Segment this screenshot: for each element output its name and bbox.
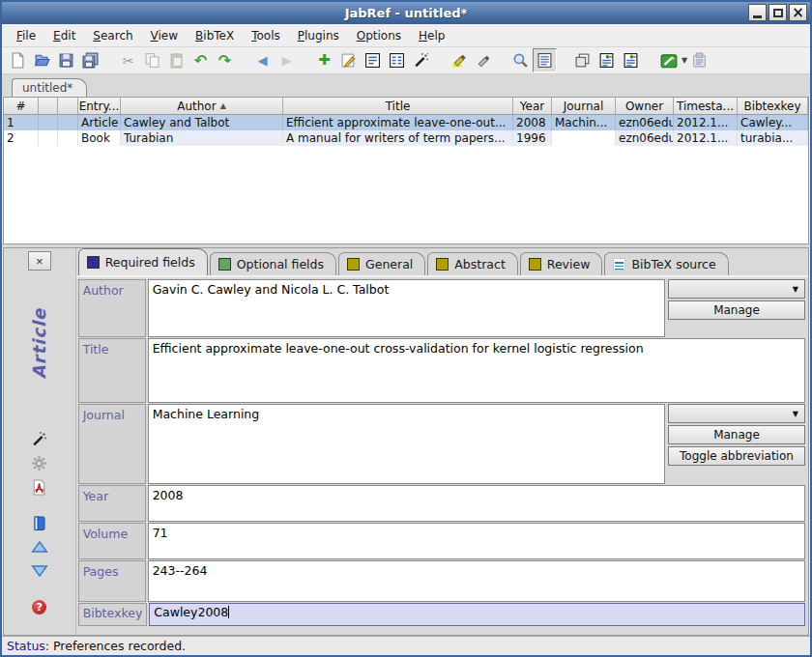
new-entry-button[interactable]: ✚ — [312, 48, 336, 72]
header-icon2[interactable] — [58, 98, 78, 114]
source-icon — [613, 258, 625, 271]
edit-strings-button[interactable] — [385, 48, 409, 72]
editor-tabs: Required fields Optional fields General … — [76, 248, 808, 277]
bibtexkey-field[interactable]: Cawley2008 — [149, 603, 805, 626]
table-row[interactable]: 2 Book Turabian A manual for writers of … — [4, 130, 808, 146]
push-app-icon — [691, 52, 708, 69]
tab-required-fields[interactable]: Required fields — [78, 248, 208, 275]
unmark-entries-button[interactable] — [471, 48, 495, 72]
edit-entry-button[interactable] — [336, 48, 361, 72]
minimize-icon — [753, 15, 762, 18]
menu-help[interactable]: Help — [410, 26, 453, 45]
table-header: # Entry... Author▲ Title Year Journal Ow… — [4, 98, 808, 115]
menu-tools[interactable]: Tools — [243, 26, 289, 45]
author-manage-button[interactable]: Manage — [668, 300, 805, 320]
titlebar[interactable]: JabRef - untitled* × — [2, 2, 810, 24]
table-row[interactable]: 1 Article Cawley and Talbot Efficient ap… — [4, 115, 808, 130]
header-title[interactable]: Title — [283, 98, 513, 114]
redo-button[interactable]: ↷ — [213, 48, 237, 72]
minimize-button[interactable] — [748, 4, 767, 21]
save-all-button[interactable] — [78, 48, 102, 72]
menu-options[interactable]: Options — [348, 26, 410, 45]
header-year[interactable]: Year — [513, 98, 552, 114]
menu-plugins[interactable]: Plugins — [289, 26, 348, 45]
help-button[interactable]: ? — [29, 597, 50, 616]
search-button[interactable] — [508, 48, 533, 72]
write-xmp-button[interactable] — [29, 513, 50, 532]
tab-abstract[interactable]: Abstract — [427, 252, 517, 275]
tab-label: BibTeX source — [631, 257, 715, 271]
push-to-lyx-button[interactable] — [656, 48, 681, 72]
header-owner[interactable]: Owner — [616, 98, 674, 114]
required-fields-panel: Author Gavin C. Cawley and Nicola L. C. … — [76, 277, 808, 635]
header-bibtexkey[interactable]: Bibtexkey — [738, 98, 808, 114]
tab-general[interactable]: General — [338, 252, 425, 275]
new-database-button[interactable] — [6, 48, 30, 72]
paste-button[interactable] — [164, 48, 188, 72]
title-label: Title — [78, 338, 146, 403]
edit-preamble-button[interactable] — [361, 48, 385, 72]
journal-dropdown[interactable]: ▼ — [668, 404, 805, 423]
header-icon1[interactable] — [39, 98, 58, 114]
undo-button[interactable]: ↶ — [188, 48, 213, 72]
bibtexkey-label: Bibtexkey — [78, 603, 148, 626]
back-icon: ◀ — [258, 54, 268, 67]
autogenerate-keys-button[interactable] — [409, 48, 433, 72]
redo-icon: ↷ — [218, 53, 231, 69]
autoset-button[interactable] — [29, 453, 50, 472]
chevron-down-icon — [31, 564, 48, 578]
menu-file[interactable]: File — [8, 26, 44, 45]
menu-view[interactable]: View — [142, 26, 187, 45]
next-entry-button[interactable] — [29, 561, 50, 581]
previous-entry-button[interactable] — [29, 537, 50, 557]
jabref-window: JabRef - untitled* × File Edit Search Vi… — [0, 0, 812, 657]
open-pdf-button[interactable] — [29, 477, 50, 497]
fetch-medline-button[interactable] — [594, 48, 619, 72]
lyx-icon — [660, 52, 678, 70]
pages-field[interactable]: 243--264 — [148, 560, 805, 602]
forward-button[interactable]: ▶ — [275, 48, 299, 72]
author-dropdown[interactable]: ▼ — [668, 279, 805, 299]
header-entrytype[interactable]: Entry... — [78, 98, 121, 114]
close-button[interactable]: × — [789, 4, 807, 21]
fetch-citeseer-button[interactable] — [619, 48, 643, 72]
copy-key-icon — [574, 52, 591, 69]
toggle-preview-button[interactable] — [533, 48, 557, 72]
journal-field[interactable]: Machine Learning — [148, 404, 665, 484]
maximize-button[interactable] — [768, 4, 787, 21]
toggle-abbreviation-button[interactable]: Toggle abbreviation — [668, 446, 805, 466]
author-field[interactable]: Gavin C. Cawley and Nicola L. C. Talbot — [148, 279, 665, 337]
tab-review[interactable]: Review — [520, 252, 603, 275]
header-number[interactable]: # — [4, 98, 39, 114]
database-tab[interactable]: untitled* — [12, 78, 87, 97]
open-database-button[interactable] — [30, 48, 54, 72]
search-icon — [512, 52, 529, 69]
header-timestamp[interactable]: Timesta... — [674, 98, 738, 114]
generate-key-button[interactable] — [29, 429, 50, 448]
title-field[interactable]: Efficient approximate leave-one-out cros… — [148, 338, 805, 403]
copy-button[interactable] — [140, 48, 164, 72]
editor-close-button[interactable]: × — [28, 251, 51, 271]
header-author[interactable]: Author▲ — [121, 98, 283, 114]
volume-field[interactable]: 71 — [148, 523, 805, 559]
journal-manage-button[interactable]: Manage — [668, 425, 805, 444]
save-database-button[interactable] — [54, 48, 78, 72]
status-bar: Status: Preferences recorded. — [2, 636, 810, 655]
mark-entries-button[interactable] — [447, 48, 471, 72]
header-journal[interactable]: Journal — [552, 98, 616, 114]
tab-optional-fields[interactable]: Optional fields — [210, 252, 336, 275]
entry-editor: × Article ? — [3, 247, 809, 636]
year-field[interactable]: 2008 — [148, 485, 805, 522]
cut-button[interactable]: ✂ — [116, 48, 140, 72]
copy-key-button[interactable] — [570, 48, 594, 72]
save-icon — [58, 52, 74, 69]
paste-icon — [168, 52, 185, 69]
abstract-swatch-icon — [436, 258, 449, 271]
menu-search[interactable]: Search — [84, 26, 141, 45]
menu-edit[interactable]: Edit — [44, 26, 84, 45]
back-button[interactable]: ◀ — [250, 48, 275, 72]
menu-bibtex[interactable]: BibTeX — [187, 26, 243, 45]
push-to-application-button[interactable] — [687, 48, 711, 72]
tab-bibtex-source[interactable]: BibTeX source — [604, 252, 728, 275]
highlighter-icon — [450, 52, 467, 69]
